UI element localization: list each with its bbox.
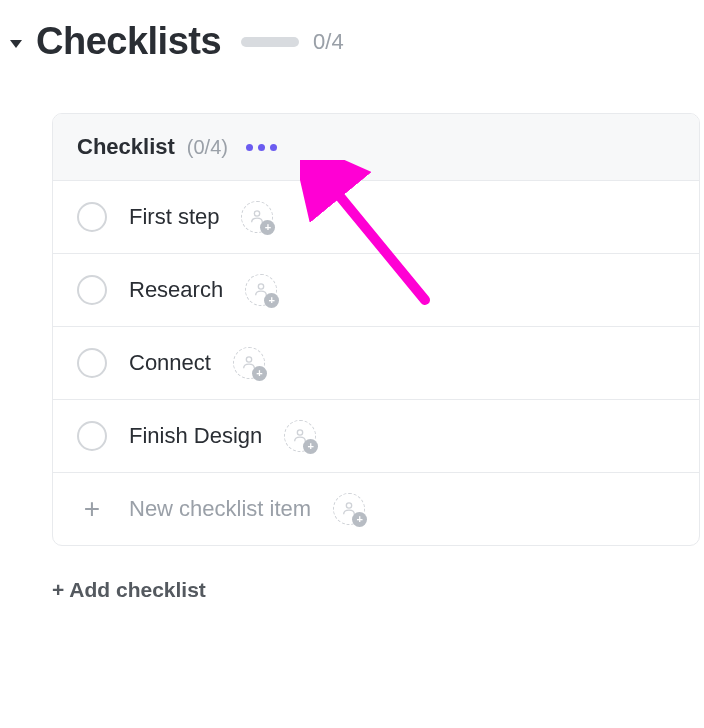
checkbox-circle-icon[interactable] (77, 202, 107, 232)
assign-user-icon[interactable]: + (241, 201, 273, 233)
checklist-count: (0/4) (187, 136, 228, 159)
assign-user-icon[interactable]: + (333, 493, 365, 525)
svg-point-3 (298, 430, 303, 435)
checklist-item-label: Research (129, 277, 223, 303)
collapse-caret-icon[interactable] (10, 40, 22, 48)
checkbox-circle-icon[interactable] (77, 421, 107, 451)
checklist-header: Checklist (0/4) (53, 114, 699, 181)
svg-point-4 (346, 503, 351, 508)
progress-bar (241, 37, 299, 47)
checkbox-circle-icon[interactable] (77, 348, 107, 378)
new-item-label: New checklist item (129, 496, 311, 522)
checklist-item-label: First step (129, 204, 219, 230)
checklist-item[interactable]: First step + (53, 181, 699, 254)
checklist-card: Checklist (0/4) First step + Research + … (52, 113, 700, 546)
add-checklist-button[interactable]: + Add checklist (52, 578, 704, 602)
plus-icon: + (77, 494, 107, 524)
checklist-item-label: Finish Design (129, 423, 262, 449)
svg-point-0 (255, 211, 260, 216)
checkbox-circle-icon[interactable] (77, 275, 107, 305)
new-checklist-item-button[interactable]: + New checklist item + (53, 473, 699, 545)
assign-user-icon[interactable]: + (284, 420, 316, 452)
checklist-item[interactable]: Research + (53, 254, 699, 327)
more-options-icon[interactable] (240, 138, 283, 157)
section-count: 0/4 (313, 29, 344, 55)
svg-point-1 (258, 284, 263, 289)
assign-user-icon[interactable]: + (245, 274, 277, 306)
checklist-item[interactable]: Connect + (53, 327, 699, 400)
assign-user-icon[interactable]: + (233, 347, 265, 379)
checklist-item[interactable]: Finish Design + (53, 400, 699, 473)
checklist-item-label: Connect (129, 350, 211, 376)
checklist-title[interactable]: Checklist (77, 134, 175, 160)
svg-point-2 (246, 357, 251, 362)
section-header: Checklists 0/4 (0, 0, 704, 63)
section-title: Checklists (36, 20, 221, 63)
